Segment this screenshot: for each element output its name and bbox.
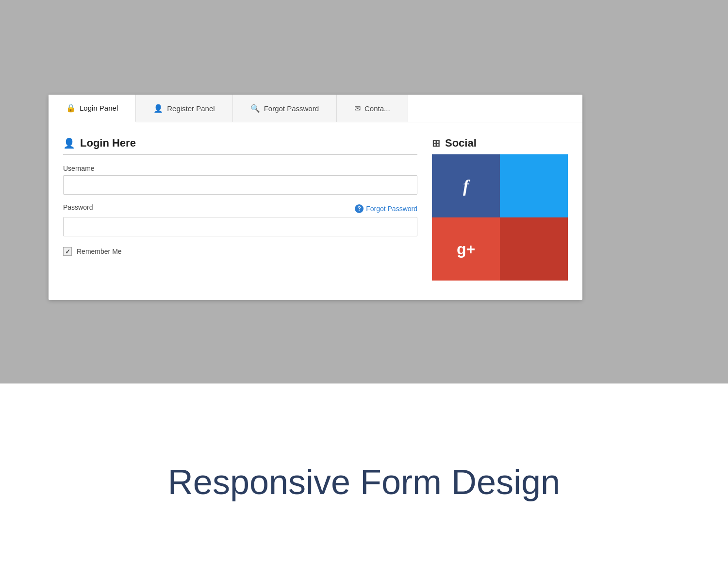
username-label: Username [63,165,417,172]
checkmark-icon: ✓ [65,248,70,255]
person-icon: 👤 [63,137,75,149]
username-input[interactable] [63,175,417,195]
social-title-row: ⊞ Social [432,137,568,149]
tab-register[interactable]: 👤 Register Panel [136,95,232,122]
remember-checkbox[interactable]: ✓ [63,247,72,256]
password-label: Password [63,203,93,211]
search-icon: 🔍 [250,104,260,113]
social-title: Social [445,137,477,149]
tab-login-label: Login Panel [80,104,118,112]
password-input[interactable] [63,217,417,236]
login-title: Login Here [80,137,136,149]
user-icon: 👤 [153,104,163,113]
tab-register-label: Register Panel [167,104,215,113]
tab-forgot[interactable]: 🔍 Forgot Password [233,95,337,122]
forgot-password-text: Forgot Password [366,205,417,213]
login-title-row: 👤 Login Here [63,137,417,149]
lock-icon: 🔒 [66,103,76,113]
bottom-area: Responsive Form Design [0,383,728,580]
help-icon: ? [355,204,364,213]
mail-icon: ✉ [354,104,361,113]
tab-contact-label: Conta... [364,104,390,113]
screenshot-area: 🔒 Login Panel 👤 Register Panel 🔍 Forgot … [0,0,728,383]
facebook-icon: f [463,176,469,196]
login-divider [63,154,417,155]
plus-box-icon: ⊞ [432,137,440,149]
content-area: 👤 Login Here Username Password ? Forgot … [49,122,582,300]
login-section: 👤 Login Here Username Password ? Forgot … [63,137,417,281]
extra-social-button[interactable] [500,217,568,281]
tab-login[interactable]: 🔒 Login Panel [49,95,136,122]
password-row: Password ? Forgot Password [63,203,417,214]
remember-row: ✓ Remember Me [63,247,417,256]
google-plus-icon: g+ [457,240,475,258]
main-title: Responsive Form Design [168,462,560,502]
social-section: ⊞ Social f g+ [432,137,568,281]
main-card: 🔒 Login Panel 👤 Register Panel 🔍 Forgot … [49,95,582,300]
google-plus-button[interactable]: g+ [432,217,500,281]
social-grid: f g+ [432,154,568,281]
forgot-password-link[interactable]: ? Forgot Password [355,204,417,213]
tab-forgot-label: Forgot Password [264,104,319,113]
twitter-button[interactable] [500,154,568,217]
remember-label: Remember Me [77,248,122,255]
tab-contact[interactable]: ✉ Conta... [337,95,408,122]
facebook-button[interactable]: f [432,154,500,217]
tab-bar: 🔒 Login Panel 👤 Register Panel 🔍 Forgot … [49,95,582,122]
